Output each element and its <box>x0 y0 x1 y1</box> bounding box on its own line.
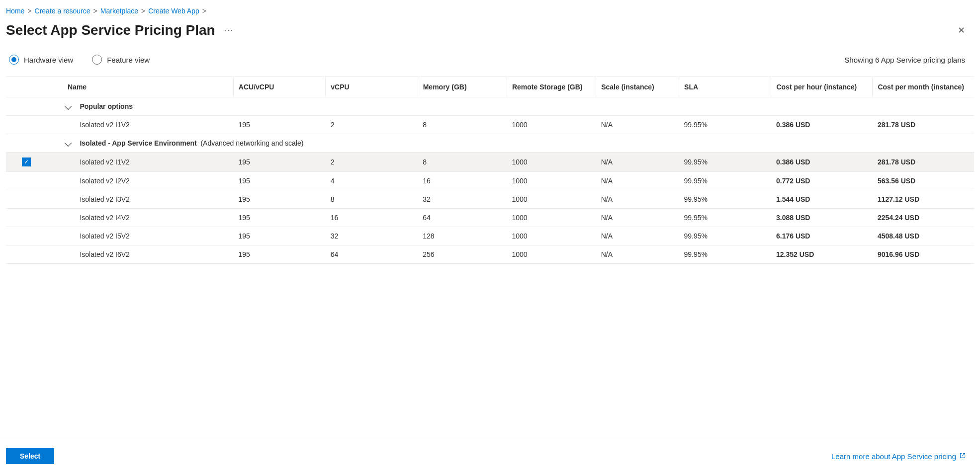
cell-sla: 99.95% <box>679 190 771 209</box>
table-row[interactable]: Isolated v2 I2V21954161000N/A99.95%0.772… <box>6 172 974 190</box>
radio-icon <box>92 55 102 65</box>
group-title: Isolated - App Service Environment <box>80 139 196 147</box>
cell-name: Isolated v2 I1V2 <box>75 153 233 172</box>
cell-memory: 16 <box>418 172 507 190</box>
cell-name: Isolated v2 I3V2 <box>75 190 233 209</box>
more-icon[interactable]: ··· <box>224 26 234 35</box>
cell-storage: 1000 <box>507 209 596 227</box>
cell-memory: 256 <box>418 245 507 264</box>
cell-cost-month: 281.78 USD <box>873 153 974 172</box>
col-sla[interactable]: SLA <box>679 77 771 97</box>
col-scale[interactable]: Scale (instance) <box>596 77 679 97</box>
cell-vcpu: 16 <box>326 209 418 227</box>
breadcrumb-create-web-app[interactable]: Create Web App <box>148 7 199 15</box>
cell-cost-hour: 3.088 USD <box>771 209 873 227</box>
cell-cost-month: 9016.96 USD <box>873 245 974 264</box>
breadcrumb: Home > Create a resource > Marketplace >… <box>6 0 974 20</box>
group-row[interactable]: Popular options <box>6 97 974 116</box>
radio-hardware-label: Hardware view <box>24 56 73 64</box>
col-cost-hour[interactable]: Cost per hour (instance) <box>771 77 873 97</box>
cell-acu: 195 <box>233 172 325 190</box>
title-row: Select App Service Pricing Plan ··· ✕ <box>6 20 974 50</box>
cell-cost-hour: 6.176 USD <box>771 227 873 245</box>
cell-storage: 1000 <box>507 190 596 209</box>
group-title: Popular options <box>80 102 133 110</box>
cell-acu: 195 <box>233 190 325 209</box>
breadcrumb-home[interactable]: Home <box>6 7 24 15</box>
cell-memory: 32 <box>418 190 507 209</box>
cell-name: Isolated v2 I5V2 <box>75 227 233 245</box>
cell-cost-hour: 0.386 USD <box>771 153 873 172</box>
group-row[interactable]: Isolated - App Service Environment (Adva… <box>6 134 974 153</box>
radio-feature-view[interactable]: Feature view <box>92 55 150 65</box>
pricing-table: Name ACU/vCPU vCPU Memory (GB) Remote St… <box>6 77 974 264</box>
learn-more-link[interactable]: Learn more about App Service pricing <box>831 452 974 461</box>
cell-scale: N/A <box>596 172 679 190</box>
cell-scale: N/A <box>596 209 679 227</box>
cell-acu: 195 <box>233 116 325 134</box>
cell-sla: 99.95% <box>679 245 771 264</box>
chevron-right-icon: > <box>202 7 206 15</box>
cell-storage: 1000 <box>507 153 596 172</box>
radio-feature-label: Feature view <box>107 56 150 64</box>
breadcrumb-marketplace[interactable]: Marketplace <box>100 7 138 15</box>
cell-acu: 195 <box>233 153 325 172</box>
col-memory[interactable]: Memory (GB) <box>418 77 507 97</box>
chevron-right-icon: > <box>141 7 145 15</box>
cell-cost-hour: 0.386 USD <box>771 116 873 134</box>
cell-cost-hour: 0.772 USD <box>771 172 873 190</box>
col-vcpu[interactable]: vCPU <box>326 77 418 97</box>
col-acu[interactable]: ACU/vCPU <box>233 77 325 97</box>
chevron-down-icon <box>65 140 72 147</box>
cell-cost-month: 4508.48 USD <box>873 227 974 245</box>
table-row[interactable]: Isolated v2 I6V2195642561000N/A99.95%12.… <box>6 245 974 264</box>
page-title: Select App Service Pricing Plan <box>6 22 215 38</box>
cell-sla: 99.95% <box>679 209 771 227</box>
showing-count: Showing 6 App Service pricing plans <box>844 56 974 64</box>
cell-sla: 99.95% <box>679 172 771 190</box>
cell-scale: N/A <box>596 153 679 172</box>
table-row[interactable]: ✓Isolated v2 I1V2195281000N/A99.95%0.386… <box>6 153 974 172</box>
group-subtitle: (Advanced networking and scale) <box>200 139 303 147</box>
cell-cost-month: 281.78 USD <box>873 116 974 134</box>
cell-storage: 1000 <box>507 245 596 264</box>
close-icon[interactable]: ✕ <box>949 22 974 39</box>
cell-memory: 64 <box>418 209 507 227</box>
cell-scale: N/A <box>596 227 679 245</box>
table-row[interactable]: Isolated v2 I5V2195321281000N/A99.95%6.1… <box>6 227 974 245</box>
cell-sla: 99.95% <box>679 116 771 134</box>
cell-name: Isolated v2 I2V2 <box>75 172 233 190</box>
col-name[interactable]: Name <box>6 77 233 97</box>
cell-acu: 195 <box>233 245 325 264</box>
cell-cost-hour: 1.544 USD <box>771 190 873 209</box>
table-row[interactable]: Isolated v2 I3V21958321000N/A99.95%1.544… <box>6 190 974 209</box>
cell-cost-month: 2254.24 USD <box>873 209 974 227</box>
cell-vcpu: 32 <box>326 227 418 245</box>
cell-memory: 8 <box>418 116 507 134</box>
table-header-row: Name ACU/vCPU vCPU Memory (GB) Remote St… <box>6 77 974 97</box>
cell-cost-hour: 12.352 USD <box>771 245 873 264</box>
cell-cost-month: 1127.12 USD <box>873 190 974 209</box>
table-row[interactable]: Isolated v2 I1V2195281000N/A99.95%0.386 … <box>6 116 974 134</box>
cell-acu: 195 <box>233 227 325 245</box>
cell-vcpu: 2 <box>326 116 418 134</box>
chevron-right-icon: > <box>27 7 31 15</box>
chevron-right-icon: > <box>93 7 97 15</box>
checkbox-checked-icon[interactable]: ✓ <box>22 158 31 166</box>
cell-scale: N/A <box>596 245 679 264</box>
col-storage[interactable]: Remote Storage (GB) <box>507 77 596 97</box>
footer-bar: Select Learn more about App Service pric… <box>0 439 980 473</box>
table-row[interactable]: Isolated v2 I4V219516641000N/A99.95%3.08… <box>6 209 974 227</box>
cell-memory: 8 <box>418 153 507 172</box>
cell-name: Isolated v2 I4V2 <box>75 209 233 227</box>
cell-vcpu: 64 <box>326 245 418 264</box>
radio-hardware-view[interactable]: Hardware view <box>9 55 73 65</box>
cell-scale: N/A <box>596 190 679 209</box>
radio-icon <box>9 55 19 65</box>
cell-storage: 1000 <box>507 116 596 134</box>
col-cost-month[interactable]: Cost per month (instance) <box>873 77 974 97</box>
select-button[interactable]: Select <box>6 448 54 464</box>
cell-vcpu: 2 <box>326 153 418 172</box>
breadcrumb-create-resource[interactable]: Create a resource <box>35 7 90 15</box>
chevron-down-icon <box>65 103 72 110</box>
